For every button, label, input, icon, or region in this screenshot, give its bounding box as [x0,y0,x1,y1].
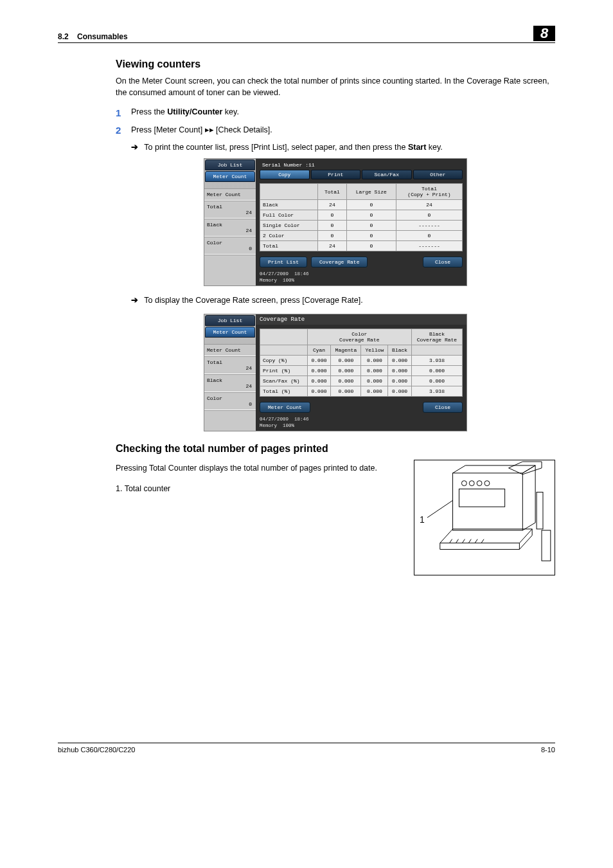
checking-paragraph: Pressing Total Counter displays the tota… [116,462,402,474]
chapter-badge: 8 [533,26,555,41]
intro-paragraph: On the Meter Count screen, you can check… [116,75,555,98]
svg-rect-8 [542,530,551,561]
tab-meter-count[interactable]: Meter Count [205,171,255,182]
table-row: Black24024 [260,200,463,210]
col-cyan: Cyan [307,345,331,356]
col-yellow: Yellow [361,345,388,356]
tab-other[interactable]: Other [413,170,463,179]
sidebar-black-label: Black [207,222,253,228]
tab-print[interactable]: Print [311,170,361,179]
printer-illustration: 1 [414,460,555,575]
coverage-rate-button[interactable]: Coverage Rate [311,257,368,267]
sidebar-color-value: 0 [207,246,253,251]
arrow-icon: ➔ [131,143,138,152]
step-1-text: Press the Utility/Counter key. [131,107,555,118]
svg-line-6 [427,501,453,518]
heading-checking-total: Checking the total number of pages print… [116,443,555,455]
tab-meter-count[interactable]: Meter Count [205,327,255,338]
sidebar-color-label: Color [207,240,253,246]
table-row: Single Color00------- [260,221,463,231]
col-large-size: Large Size [346,184,396,200]
substep-print-list: ➔ To print the counter list, press [Prin… [131,142,555,152]
svg-rect-1 [459,489,504,507]
svg-rect-0 [453,473,523,530]
lcd-meter-count: Job List Meter Count Meter Count Total 2… [204,158,467,286]
callout-1: 1 [420,514,425,525]
table-row: Full Color000 [260,210,463,221]
table-row: Copy (%)0.0000.0000.0000.0003.938 [260,356,463,366]
tab-scanfax[interactable]: Scan/Fax [362,170,412,179]
table-row: Total240------- [260,241,463,251]
col-total: Total [318,184,347,200]
close-button[interactable]: Close [423,402,463,413]
print-list-button[interactable]: Print List [260,257,307,267]
section-number: 8.2 [58,32,69,41]
svg-point-4 [477,481,482,486]
svg-point-2 [461,481,466,486]
footer-model: bizhub C360/C280/C220 [58,746,135,754]
col-magenta: Magenta [331,345,361,356]
step-number: 2 [116,125,131,136]
step-number: 1 [116,107,131,118]
table-row: Print (%)0.0000.0000.0000.0000.000 [260,366,463,376]
heading-viewing-counters: Viewing counters [116,59,555,70]
tab-copy[interactable]: Copy [260,170,310,179]
coverage-table: Color Coverage Rate Black Coverage Rate … [260,329,463,397]
group-color: Color Coverage Rate [307,329,411,345]
svg-point-5 [484,481,490,486]
serial-number: Serial Number :11 [262,162,463,168]
coverage-rate-title: Coverage Rate [256,314,466,325]
svg-rect-7 [537,493,543,529]
tab-job-list[interactable]: Job List [205,159,255,170]
sidebar-total-value: 24 [207,210,253,215]
sidebar-meter-count: Meter Count [204,188,256,201]
list-total-counter: 1. Total counter [116,483,402,494]
step-2-text: Press [Meter Count] ▸▸ [Check Details]. [131,125,555,136]
tab-job-list[interactable]: Job List [205,315,255,326]
sidebar-total-label: Total [207,204,253,210]
table-row: Total (%)0.0000.0000.0000.0003.938 [260,386,463,397]
col-black: Black [388,345,412,356]
group-black: Black Coverage Rate [411,329,462,345]
lcd-coverage-rate: Job List Meter Count Meter Count Total 2… [204,314,467,431]
col-total-cp: Total (Copy + Print) [396,184,462,200]
printer-icon [414,460,555,575]
substep-coverage-rate: ➔ To display the Coverage Rate screen, p… [131,295,555,305]
table-row: 2 Color000 [260,231,463,241]
meter-table: Total Large Size Total (Copy + Print) Bl… [260,183,463,251]
sidebar-black-value: 24 [207,228,253,233]
meter-count-button[interactable]: Meter Count [260,402,310,413]
status-bar: 04/27/2009 18:46 [260,271,463,276]
arrow-icon: ➔ [131,296,138,305]
svg-point-3 [469,481,474,486]
section-title: Consumables [77,32,128,41]
page-header: 8.2 Consumables 8 [58,26,555,43]
close-button[interactable]: Close [423,257,463,267]
page-footer: bizhub C360/C280/C220 8-10 [58,743,555,754]
table-row: Scan/Fax (%)0.0000.0000.0000.0000.000 [260,376,463,386]
footer-page: 8-10 [541,746,555,754]
